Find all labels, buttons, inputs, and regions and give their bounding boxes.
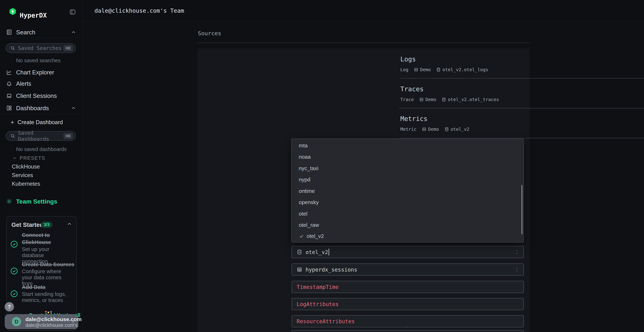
source-connection-label: Demo: [428, 127, 439, 132]
brand-name: HyperDX: [20, 12, 47, 19]
section-divider: [399, 108, 644, 108]
help-button[interactable]: ?: [4, 302, 14, 312]
dropdown-option-label: nypd: [299, 176, 310, 183]
get-started-progress-badge: 3/3: [41, 222, 52, 228]
sidebar: HyperDX Search Saved Searches ⌘K No save…: [0, 0, 82, 332]
database-icon: [444, 127, 449, 132]
saved-searches-input[interactable]: Saved Searches ⌘K: [6, 43, 76, 53]
shortcut-badge: ⌘K: [63, 45, 73, 51]
table-input[interactable]: hyperdx_sessions: [292, 264, 524, 276]
database-icon: [296, 249, 302, 255]
source-section-meta: Trace Demo otel_v2.otel_traces: [400, 97, 499, 102]
sidebar-item-alerts[interactable]: Alerts: [0, 79, 82, 89]
next-input-partial[interactable]: [292, 330, 524, 332]
dropdown-option-label: noaa: [299, 154, 311, 160]
get-started-item[interactable]: Create Data Sources Configure where your…: [22, 261, 72, 286]
plus-icon: [10, 120, 15, 125]
presets-label: PRESETS: [20, 156, 46, 161]
saved-dashboards-input[interactable]: Saved Dashboards ⌘K: [6, 131, 76, 141]
dropdown-option-label: otel_v2: [306, 233, 324, 239]
source-section-meta: Log Demo otel_v2.otel_logs: [400, 67, 488, 72]
get-started-title: Get Started: [12, 222, 43, 228]
chevron-right-icon: [70, 319, 76, 324]
search-icon: [10, 133, 16, 139]
select-spinner-icon[interactable]: [515, 267, 519, 272]
get-started-item-title: Add Data: [22, 284, 69, 291]
sidebar-section-search[interactable]: Search: [0, 27, 82, 37]
source-type: Trace: [400, 97, 414, 102]
bell-icon: [6, 81, 12, 87]
source-connection: Demo: [414, 67, 431, 72]
dropdown-option-label: otel_raw: [299, 222, 319, 228]
sidebar-section-search-label: Search: [16, 29, 36, 36]
saved-dashboards-placeholder: Saved Dashboards: [18, 130, 63, 142]
timestamp-column-input[interactable]: TimestampTime: [292, 281, 524, 293]
sidebar-item-label: Chart Explorer: [16, 69, 54, 76]
dropdown-option[interactable]: noaa: [292, 152, 524, 162]
chevron-up-icon: [71, 105, 76, 111]
gear-icon: [6, 198, 12, 204]
sidebar-item-dashboards[interactable]: Dashboards: [0, 103, 82, 113]
line-chart-icon: [6, 70, 12, 76]
source-section-title: Metrics: [400, 115, 428, 122]
preset-services[interactable]: Services: [12, 172, 33, 178]
server-stack-icon: [419, 97, 424, 102]
source-connection-label: Demo: [420, 67, 431, 72]
preset-kubernetes[interactable]: Kubernetes: [12, 181, 40, 187]
server-stack-icon: [414, 67, 418, 72]
database-dropdown: mta noaa nyc_taxi nypd ontime opensky ot…: [291, 138, 524, 242]
dropdown-option-selected[interactable]: otel_v2: [292, 231, 524, 242]
create-dashboard-label: Create Dashboard: [18, 119, 63, 126]
sidebar-item-client-sessions[interactable]: Client Sessions: [0, 91, 82, 101]
hyperdx-logo-icon: [8, 8, 17, 16]
database-input[interactable]: otel_v2: [292, 246, 524, 258]
presets-toggle[interactable]: PRESETS: [12, 155, 46, 161]
table-value: hyperdx_sessions: [306, 266, 357, 273]
create-dashboard-button[interactable]: Create Dashboard: [0, 117, 82, 127]
resource-attributes-input[interactable]: ResourceAttributes: [292, 315, 524, 327]
chevron-up-icon[interactable]: [66, 221, 72, 227]
search-icon: [10, 46, 16, 51]
user-card[interactable]: D dale@clickhouse.com dale@clickhouse.co…: [5, 314, 78, 329]
sidebar-item-label: Alerts: [16, 80, 31, 87]
get-started-item[interactable]: Add Data Start sending logs, metrics, or…: [22, 284, 72, 303]
text-cursor: [328, 249, 329, 256]
shortcut-badge: ⌘K: [63, 133, 73, 139]
dropdown-option[interactable]: opensky: [292, 197, 524, 208]
server-stack-icon: [422, 127, 426, 132]
collapse-sidebar-button[interactable]: [69, 8, 76, 16]
dropdown-option-label: ontime: [299, 188, 315, 194]
sidebar-item-chart-explorer[interactable]: Chart Explorer: [0, 68, 82, 78]
table-icon: [296, 267, 302, 272]
select-spinner-icon[interactable]: [515, 250, 519, 254]
saved-searches-placeholder: Saved Searches: [18, 45, 63, 51]
dropdown-option[interactable]: nypd: [292, 174, 524, 185]
journal-search-icon: [6, 29, 12, 35]
dropdown-option[interactable]: otel_raw: [292, 220, 524, 230]
check-circle-icon: [10, 267, 18, 275]
sidebar-divider: [0, 38, 82, 38]
source-section-meta: Metric Demo otel_v2: [400, 127, 470, 132]
preset-clickhouse[interactable]: ClickHouse: [12, 164, 40, 170]
dropdown-option[interactable]: otel: [292, 208, 524, 219]
log-attributes-input[interactable]: LogAttributes: [292, 298, 524, 310]
no-saved-dashboards-text: No saved dashboards: [16, 146, 66, 152]
dropdown-scrollbar[interactable]: [522, 185, 522, 234]
sidebar-item-team-settings[interactable]: Team Settings: [0, 196, 82, 206]
check-circle-icon: [10, 290, 18, 298]
chevron-up-icon: [71, 30, 76, 35]
dropdown-option[interactable]: nyc_taxi: [292, 163, 524, 174]
sidebar-item-label: Client Sessions: [16, 92, 57, 99]
laptop-icon: [6, 93, 12, 99]
dashboard-grid-icon: [6, 105, 12, 111]
user-team: dale@clickhouse.com's: [26, 322, 78, 328]
dropdown-option-label: opensky: [299, 199, 319, 205]
dropdown-option[interactable]: mta: [292, 140, 524, 151]
source-type: Log: [400, 67, 408, 72]
sidebar-item-label: Dashboards: [16, 105, 49, 112]
get-started-item[interactable]: Connect to ClickHouse Set up your databa…: [22, 232, 72, 264]
source-connection: Demo: [422, 127, 439, 132]
source-table: otel_v2: [444, 127, 470, 132]
dropdown-option[interactable]: ontime: [292, 186, 524, 196]
team-settings-label: Team Settings: [16, 198, 57, 205]
